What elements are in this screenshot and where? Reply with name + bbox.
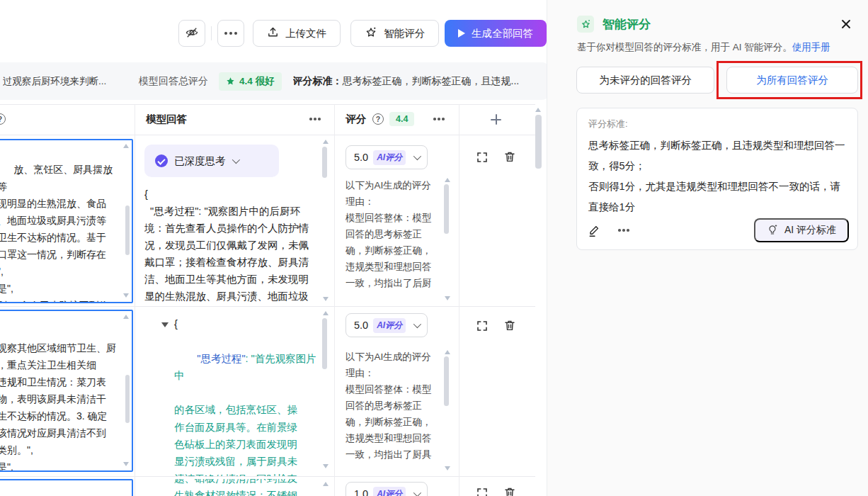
cell-scroll-up-icon[interactable] — [123, 144, 129, 148]
star-icon — [226, 77, 235, 86]
json-brace: { — [174, 318, 178, 329]
delete-row-icon[interactable] — [503, 150, 516, 163]
reason-scroll-down-icon[interactable] — [445, 466, 450, 470]
cell-scroll-down-icon[interactable] — [123, 462, 129, 466]
expand-row-icon[interactable] — [476, 151, 489, 164]
total-score-badge: 4.4 很好 — [219, 72, 282, 91]
ai-criteria-button[interactable]: AI 评分标准 — [754, 218, 849, 242]
expand-row-icon[interactable] — [476, 320, 489, 332]
deep-think-toggle[interactable]: 已深度思考 — [144, 145, 279, 177]
score-dropdown-2[interactable]: 5.0 AI评分 — [346, 313, 428, 337]
upload-file-button[interactable]: 上传文件 — [253, 20, 341, 47]
table-scrollbar-thumb[interactable] — [535, 115, 542, 169]
panel-title: 智能评分 — [603, 16, 651, 33]
criteria-text: 思考标签正确，判断标签正确，且违规类型和理想回答一致，得5分； 否则得1分，尤其… — [588, 135, 846, 218]
model-scroll-up-icon[interactable] — [323, 482, 329, 486]
delete-row-icon[interactable] — [503, 319, 516, 332]
smart-score-label: 智能评分 — [384, 27, 425, 40]
json-collapse-icon[interactable] — [161, 322, 169, 327]
lightbulb-icon — [767, 224, 778, 237]
deep-think-label: 已深度思考 — [174, 154, 226, 168]
model-answer-json-2: { "思考过程": "首先观察图片中 的各区域，包括烹饪区、操 作台面及厨具等。… — [161, 315, 326, 476]
summary-bar: 过观察后厨环境来判断... 模型回答总评分 4.4 很好 评分标准：思考标签正确… — [0, 62, 549, 100]
cell-scroll-up-icon[interactable] — [123, 315, 129, 319]
reason-scrollbar-thumb[interactable] — [444, 184, 449, 234]
model-answer-text-1: { "思考过程": "观察图片中的后厨环 境：首先查看人员操作的个人防护情 况，… — [144, 186, 323, 305]
cell-scrollbar-thumb[interactable] — [125, 205, 130, 255]
criteria-footer: AI 评分标准 — [588, 218, 849, 242]
panel-description-text: 基于你对模型回答的评分标准，用于 AI 智能评分。 — [577, 42, 792, 52]
smart-score-star-icon — [577, 16, 594, 33]
criteria-preview: 评分标准：思考标签正确，判断标签正确，且违规... — [293, 75, 539, 88]
score-unscored-button[interactable]: 为未评分的回答评分 — [576, 67, 714, 94]
generate-all-label: 生成全部回答 — [472, 27, 533, 40]
row1-bottom-border — [0, 306, 535, 307]
toolbar-divider — [211, 26, 212, 40]
model-scroll-down-icon[interactable] — [323, 464, 329, 468]
reason-scroll-up-icon[interactable] — [445, 178, 450, 182]
more-icon — [224, 32, 227, 35]
ai-criteria-label: AI 评分标准 — [784, 224, 836, 237]
close-panel-icon[interactable] — [841, 19, 851, 29]
star-sparkle-icon — [365, 26, 377, 41]
edit-criteria-icon[interactable] — [588, 223, 601, 237]
hide-columns-button[interactable] — [178, 20, 205, 47]
score-column-menu-icon[interactable] — [433, 118, 436, 120]
model-column-menu-icon[interactable] — [309, 118, 312, 120]
criteria-preview-label: 评分标准： — [293, 75, 343, 86]
model-scrollbar-thumb[interactable] — [322, 318, 327, 369]
add-column-icon[interactable] — [491, 114, 501, 125]
smart-score-button[interactable]: 智能评分 — [350, 20, 439, 47]
more-actions-button[interactable] — [217, 20, 244, 47]
upload-file-label: 上传文件 — [285, 27, 326, 40]
score-header-badge: 4.4 — [389, 112, 414, 126]
ideal-answer-cell-3[interactable]: 砧板、摆放有序且无明显 区炉灶火焰正常，周边设 — [0, 479, 133, 496]
criteria-label: 评分标准: — [588, 118, 846, 130]
reason-scroll-down-icon[interactable] — [445, 296, 450, 300]
cell-scrollbar-thumb[interactable] — [125, 375, 130, 423]
ai-score-tag-1: AI评分 — [373, 150, 406, 165]
ideal-answer-cell-2[interactable]: 观察其他区域细节卫生、厨 ，重点关注卫生相关细 违规和卫生情况：菜刀表 物，表明… — [0, 310, 133, 472]
criteria-card: 评分标准: 思考标签正确，判断标签正确，且违规类型和理想回答一致，得5分； 否则… — [576, 108, 858, 250]
expand-row-icon[interactable] — [476, 487, 489, 496]
model-answer-header: 模型回答 — [146, 113, 187, 126]
score-reason-2: 以下为AI生成的评分 理由： 模型回答整体：模型 回答的思考标签正 确，判断标签… — [346, 349, 442, 475]
ideal-answer-cell-1[interactable]: 放、烹饪区、厨具摆放等 现明显的生熟混放、食品 、地面垃圾或厨具污渍等 卫生不达… — [0, 139, 133, 303]
reason-scroll-up-icon[interactable] — [445, 350, 450, 354]
delete-row-icon[interactable] — [503, 486, 516, 496]
score-dropdown-1[interactable]: 5.0 AI评分 — [346, 145, 428, 169]
manual-link[interactable]: 使用手册 — [792, 42, 830, 52]
score-value-1: 5.0 — [354, 152, 368, 163]
total-score-label: 模型回答总评分 — [139, 75, 208, 88]
model-scroll-down-icon[interactable] — [323, 297, 329, 301]
criteria-more-icon[interactable] — [618, 229, 621, 232]
score-value-2: 5.0 — [354, 320, 368, 331]
header-bottom-border — [0, 135, 535, 135]
score-value-3: 1.0 — [354, 488, 368, 496]
ai-score-tag-2: AI评分 — [373, 318, 406, 333]
ai-score-tag-3: AI评分 — [373, 487, 406, 496]
generate-all-button[interactable]: 生成全部回答 — [445, 20, 547, 47]
score-all-button[interactable]: 为所有回答评分 — [726, 67, 858, 94]
score-reason-1: 以下为AI生成的评分 理由： 模型回答整体：模型 回答的思考标签正 确，判断标签… — [346, 177, 442, 305]
model-scrollbar-thumb[interactable] — [322, 147, 327, 178]
play-icon — [458, 29, 465, 38]
ideal-answer-help-icon[interactable] — [0, 113, 6, 125]
top-toolbar: 上传文件 智能评分 生成全部回答 — [0, 20, 547, 47]
reason-scrollbar-thumb[interactable] — [444, 356, 449, 406]
model-answer-json-3: 题、砧板污渍清洁不到位及 生熟食材混放情况；不锈钢 — [161, 479, 326, 496]
app-window: 上传文件 智能评分 生成全部回答 过观察后厨环境来判断... 模型回答总评分 4… — [0, 0, 868, 496]
smart-score-panel: 智能评分 基于你对模型回答的评分标准，用于 AI 智能评分。使用手册 为未评分的… — [547, 0, 868, 496]
cell-scroll-down-icon[interactable] — [123, 293, 129, 298]
score-header: 评分 — [346, 113, 366, 126]
model-scroll-up-icon[interactable] — [323, 140, 329, 144]
table-scroll-up-icon[interactable] — [535, 108, 541, 112]
col-border-1 — [135, 104, 135, 496]
score-help-icon[interactable] — [372, 113, 384, 125]
json-value-text: 的各区域，包括烹饪区、操 作台面及厨具等。在前景绿 色砧板上的菜刀表面发现明 显… — [161, 401, 326, 476]
panel-description: 基于你对模型回答的评分标准，用于 AI 智能评分。使用手册 — [577, 41, 830, 54]
model-scroll-up-icon[interactable] — [323, 311, 329, 315]
json-key: "思考过程" — [197, 353, 245, 364]
score-dropdown-3[interactable]: 1.0 AI评分 — [346, 482, 428, 496]
chevron-down-icon — [232, 156, 239, 164]
